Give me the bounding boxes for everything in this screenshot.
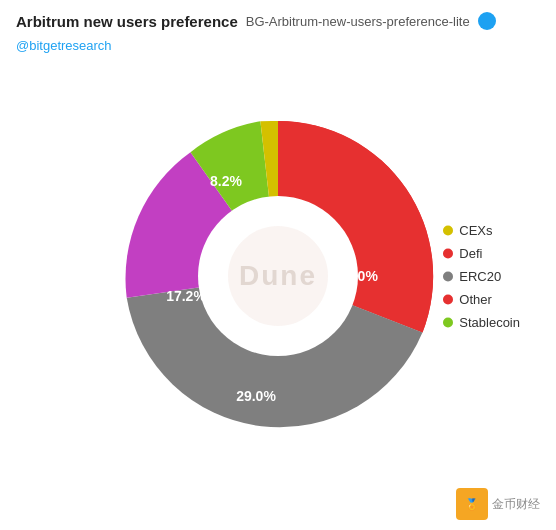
donut-chart: 44.0% 29.0% 17.2% 8.2% Dune (108, 106, 448, 446)
chart-area: 44.0% 29.0% 17.2% 8.2% Dune CEXs (16, 61, 540, 491)
footer: 🏅 金币财经 (456, 488, 540, 520)
legend-dot-stablecoin (443, 317, 453, 327)
label-cexs: 44.0% (338, 268, 378, 284)
legend-label-other: Other (459, 292, 492, 307)
legend-label-cexs: CEXs (459, 223, 492, 238)
legend-item-stablecoin: Stablecoin (443, 315, 520, 330)
avatar-icon (478, 12, 496, 30)
page-title: Arbitrum new users preference (16, 13, 238, 30)
legend-dot-other (443, 294, 453, 304)
inner-circle (228, 226, 328, 326)
footer-logo: 🏅 (456, 488, 488, 520)
twitter-handle: @bitgetresearch (16, 38, 112, 53)
legend-dot-defi (443, 248, 453, 258)
legend-label-stablecoin: Stablecoin (459, 315, 520, 330)
donut-svg-2: 44.0% 29.0% 17.2% 8.2% (108, 106, 448, 446)
label-stablecoin: 17.2% (166, 288, 206, 304)
legend-label-erc20: ERC20 (459, 269, 501, 284)
label-erc20: 29.0% (236, 388, 276, 404)
header: Arbitrum new users preference BG-Arbitru… (16, 12, 540, 53)
legend-item-other: Other (443, 292, 520, 307)
label-other: 8.2% (210, 173, 242, 189)
main-container: Arbitrum new users preference BG-Arbitru… (0, 0, 556, 530)
subtitle: BG-Arbitrum-new-users-preference-lite (246, 14, 470, 29)
legend-item-erc20: ERC20 (443, 269, 520, 284)
legend-dot-cexs (443, 225, 453, 235)
footer-logo-icon: 🏅 (465, 498, 479, 511)
legend-label-defi: Defi (459, 246, 482, 261)
legend-dot-erc20 (443, 271, 453, 281)
footer-site: 金币财经 (492, 496, 540, 513)
legend-item-cexs: CEXs (443, 223, 520, 238)
legend: CEXs Defi ERC20 Other Stablecoin (443, 223, 520, 330)
legend-item-defi: Defi (443, 246, 520, 261)
